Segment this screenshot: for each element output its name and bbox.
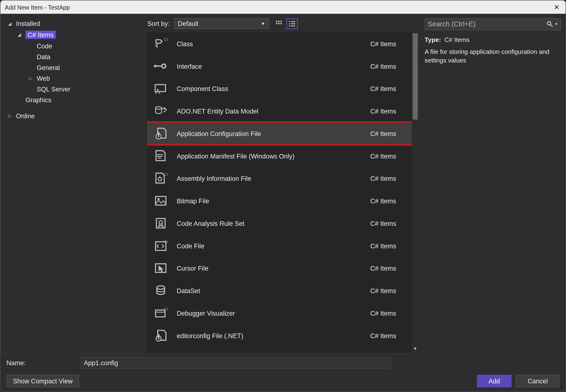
- details-pane: Search (Ctrl+E) ▼ Type: C# Items A file …: [419, 14, 566, 353]
- tree-item-sql-server[interactable]: SQL Server: [29, 84, 147, 95]
- tree-label: Code: [37, 42, 52, 50]
- tree-label: Web: [37, 75, 50, 82]
- template-row[interactable]: ADO.NET Entity Data Model C# Items: [147, 100, 419, 122]
- svg-rect-9: [291, 23, 295, 24]
- template-name: Assembly Information File: [177, 175, 362, 182]
- template-icon: [152, 104, 169, 118]
- close-icon[interactable]: ✕: [552, 3, 561, 11]
- svg-rect-10: [289, 25, 290, 26]
- svg-rect-31: [156, 196, 166, 205]
- detail-type-label: Type:: [425, 36, 441, 43]
- template-list[interactable]: C# Class C# Items Interface C# Items Com…: [147, 32, 419, 353]
- template-row[interactable]: Bitmap File C# Items: [147, 190, 419, 212]
- grid-view-icon[interactable]: [273, 18, 285, 29]
- template-row[interactable]: C# Code File C# Items: [147, 234, 419, 257]
- template-category: C# Items: [370, 152, 413, 160]
- template-row[interactable]: Interface C# Items: [147, 55, 419, 77]
- name-label: Name:: [6, 359, 75, 367]
- template-row[interactable]: C# Class C# Items: [147, 32, 419, 55]
- tree-label: Data: [37, 53, 50, 61]
- template-name: Application Manifest File (Windows Only): [177, 152, 362, 160]
- add-button[interactable]: Add: [477, 375, 512, 387]
- scrollbar[interactable]: ▼: [412, 32, 419, 353]
- category-tree: ◢ Installed ◢ C# Items Code: [0, 14, 147, 353]
- tree-label: SQL Server: [37, 85, 70, 93]
- svg-rect-4: [278, 23, 279, 24]
- svg-point-34: [159, 221, 162, 224]
- svg-line-46: [551, 25, 552, 27]
- sort-dropdown[interactable]: Default ▼: [174, 18, 269, 29]
- svg-point-16: [154, 65, 157, 67]
- template-row[interactable]: C# Assembly Information File C# Items: [147, 167, 419, 190]
- titlebar: Add New Item - TestApp ✕: [0, 0, 566, 14]
- template-icon: [152, 261, 169, 275]
- chevron-down-icon[interactable]: ▼: [554, 22, 558, 26]
- svg-text:C#: C#: [164, 37, 168, 42]
- svg-rect-3: [276, 23, 277, 24]
- tree-item-web[interactable]: ▷ Web: [29, 73, 147, 84]
- svg-rect-0: [276, 21, 277, 22]
- template-name: Code File: [177, 242, 362, 250]
- template-category: C# Items: [370, 242, 413, 250]
- scroll-down-icon[interactable]: ▼: [413, 346, 418, 352]
- detail-description: A file for storing application configura…: [425, 47, 561, 65]
- tree-item-online[interactable]: ▷ Online: [8, 111, 147, 121]
- template-category: C# Items: [370, 62, 413, 70]
- svg-rect-21: [158, 132, 159, 136]
- search-placeholder: Search (Ctrl+E): [428, 20, 476, 28]
- caret-down-icon: ◢: [18, 32, 23, 37]
- detail-type-value: C# Items: [445, 36, 470, 43]
- template-row[interactable]: C# Debugger Visualizer C# Items: [147, 302, 419, 324]
- svg-point-45: [548, 22, 551, 25]
- svg-rect-7: [291, 21, 295, 22]
- tree-item-general[interactable]: General: [29, 62, 147, 73]
- tree-item-csharp-items[interactable]: ◢ C# Items: [18, 29, 147, 41]
- template-icon: [152, 148, 169, 163]
- bottom-bar: Name: Show Compact View Add Cancel: [0, 353, 566, 392]
- tree-label: C# Items: [25, 31, 56, 39]
- template-row[interactable]: editorconfig File (.NET) C# Items: [147, 324, 419, 347]
- template-category: C# Items: [370, 85, 413, 92]
- svg-rect-1: [278, 21, 279, 22]
- list-view-icon[interactable]: [286, 18, 298, 29]
- button-row: Show Compact View Add Cancel: [6, 375, 560, 387]
- template-row[interactable]: Application Configuration File C# Items: [147, 122, 419, 145]
- svg-point-44: [158, 338, 159, 339]
- main-row: ◢ Installed ◢ C# Items Code: [0, 14, 566, 353]
- template-icon: [152, 194, 169, 208]
- window-title: Add New Item - TestApp: [5, 4, 70, 11]
- tree-label: General: [37, 64, 60, 71]
- template-row[interactable]: Component Class C# Items: [147, 77, 419, 100]
- tree-label: Installed: [16, 20, 40, 27]
- template-row[interactable]: Code Analysis Rule Set C# Items: [147, 212, 419, 234]
- tree-label: Graphics: [25, 96, 51, 104]
- template-list-pane: Sort by: Default ▼: [147, 14, 419, 353]
- template-category: C# Items: [370, 332, 413, 339]
- template-category: C# Items: [370, 264, 413, 272]
- template-category: C# Items: [370, 309, 413, 317]
- template-row[interactable]: DataSet C# Items: [147, 280, 419, 302]
- action-buttons: Add Cancel: [477, 375, 560, 387]
- template-icon: [152, 216, 169, 231]
- search-icon-group: ▼: [547, 21, 558, 28]
- tree-item-data[interactable]: Data: [29, 52, 147, 62]
- template-row[interactable]: Application Manifest File (Windows Only)…: [147, 145, 419, 167]
- tree-item-installed[interactable]: ◢ Installed: [8, 18, 147, 29]
- tree-item-graphics[interactable]: Graphics: [18, 95, 147, 105]
- svg-point-38: [157, 286, 164, 289]
- search-input[interactable]: Search (Ctrl+E) ▼: [425, 18, 561, 30]
- svg-point-29: [158, 177, 161, 181]
- template-category: C# Items: [370, 220, 413, 227]
- detail-type-row: Type: C# Items: [425, 36, 561, 43]
- svg-rect-8: [289, 23, 290, 24]
- compact-view-button[interactable]: Show Compact View: [6, 375, 79, 387]
- template-name: ADO.NET Entity Data Model: [177, 107, 362, 115]
- tree-item-code[interactable]: Code: [29, 41, 147, 51]
- cancel-button[interactable]: Cancel: [516, 375, 560, 387]
- name-input[interactable]: [80, 357, 391, 369]
- sort-label: Sort by:: [147, 20, 170, 27]
- template-row[interactable]: Cursor File C# Items: [147, 257, 419, 280]
- svg-rect-2: [280, 21, 282, 22]
- scroll-thumb[interactable]: [413, 33, 418, 120]
- chevron-down-icon: ▼: [261, 21, 265, 26]
